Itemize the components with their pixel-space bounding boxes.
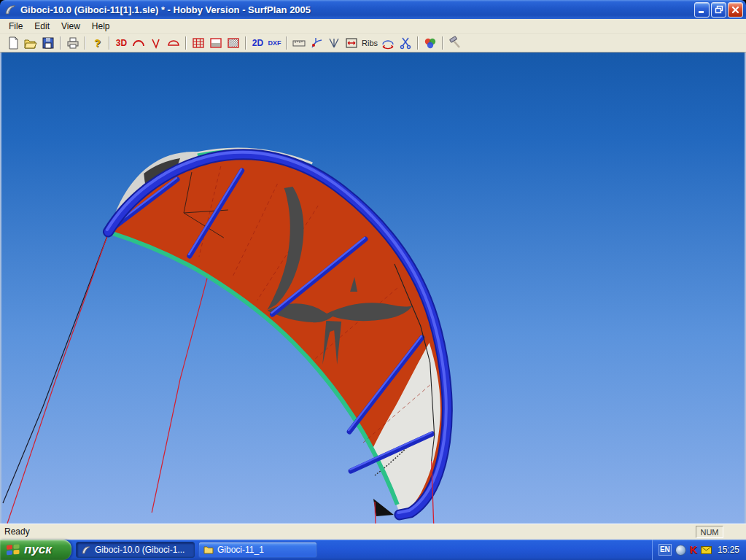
new-document-icon	[6, 36, 20, 50]
dome-icon	[166, 36, 181, 50]
taskbar: пуск Giboci-10.0 (Giboci-1... Giboci-11_…	[0, 540, 746, 560]
minimize-icon	[698, 6, 706, 14]
2d-label: 2D	[252, 38, 263, 48]
start-button[interactable]: пуск	[0, 540, 71, 560]
system-tray: EN K 15:25	[652, 540, 746, 560]
printer-icon	[66, 36, 80, 50]
ribs-label: Ribs	[362, 39, 378, 47]
antivirus-tray-icon[interactable]: K	[690, 545, 697, 555]
toolbar-separator	[185, 36, 187, 50]
menu-view[interactable]: View	[55, 20, 86, 33]
rotate-axis-button[interactable]	[308, 35, 325, 51]
dome-profile-button[interactable]	[165, 35, 182, 51]
menu-file[interactable]: File	[3, 20, 28, 33]
close-icon	[731, 6, 739, 14]
width-arrow-icon	[344, 36, 359, 50]
menu-help[interactable]: Help	[86, 20, 116, 33]
taskbar-item-surfplan[interactable]: Giboci-10.0 (Giboci-1...	[76, 542, 195, 558]
3d-view-button[interactable]: 3D	[113, 35, 130, 51]
dithered-panel-icon	[226, 36, 241, 50]
bridle-fan-icon	[327, 36, 341, 50]
help-button[interactable]: ?	[89, 35, 106, 51]
new-document-button[interactable]	[4, 35, 22, 51]
arc-profile-button[interactable]	[130, 35, 147, 51]
surfplan-app-icon	[4, 4, 17, 16]
toolbar-separator	[60, 36, 61, 50]
width-measure-button[interactable]	[343, 35, 360, 51]
tools-button[interactable]	[446, 35, 464, 51]
folder-icon	[203, 545, 214, 554]
toolbar-separator	[109, 36, 110, 50]
taskbar-item-label: Giboci-10.0 (Giboci-1...	[95, 545, 184, 555]
menu-edit[interactable]: Edit	[28, 20, 55, 33]
flying-lines-left	[3, 233, 212, 524]
axis-icon	[309, 36, 324, 50]
surfplan-window: Giboci-10.0 (Giboci-11[1].1.sle) * - Hob…	[0, 0, 746, 560]
rgb-colors-icon	[423, 36, 438, 50]
scissors-icon	[398, 36, 413, 50]
num-lock-indicator: NUM	[696, 526, 723, 538]
taskbar-item-label: Giboci-11_1	[217, 545, 264, 555]
taskbar-clock[interactable]: 15:25	[718, 545, 739, 555]
arc-arrows-icon	[381, 36, 395, 50]
toolbar-separator	[85, 36, 86, 50]
print-button[interactable]	[64, 35, 82, 51]
close-button[interactable]	[728, 2, 743, 18]
restore-icon	[715, 5, 723, 14]
taskbar-item-folder[interactable]: Giboci-11_1	[198, 542, 317, 558]
windows-logo-icon	[6, 542, 20, 557]
toolbar-separator	[442, 36, 443, 50]
help-icon: ?	[94, 37, 101, 49]
bridle-lines-button[interactable]	[325, 35, 343, 51]
arc-measure-button[interactable]	[379, 35, 397, 51]
kite-3d-render	[1, 52, 745, 524]
surfplan-task-icon	[81, 545, 91, 555]
toolbar-separator	[417, 36, 419, 50]
ribs-button[interactable]: Ribs	[360, 35, 379, 51]
ruler-button[interactable]	[290, 35, 308, 51]
ruler-icon	[292, 36, 306, 50]
window-title: Giboci-10.0 (Giboci-11[1].1.sle) * - Hob…	[20, 4, 694, 15]
shaded-panel-icon	[209, 36, 223, 50]
toolbar-separator	[245, 36, 246, 50]
restore-button[interactable]	[711, 2, 726, 18]
dxf-export-button[interactable]: DXF	[266, 35, 283, 51]
panel-shading-button[interactable]	[207, 35, 225, 51]
tray-app-icon[interactable]	[675, 545, 686, 556]
tip-profile-button[interactable]	[147, 35, 165, 51]
toolbar: ? 3D	[0, 34, 746, 52]
hammer-icon	[448, 36, 462, 50]
3d-viewport[interactable]	[1, 52, 745, 524]
menu-bar: File Edit View Help	[0, 19, 746, 34]
status-message: Ready	[4, 526, 30, 537]
language-indicator[interactable]: EN	[658, 544, 672, 556]
dxf-label: DXF	[268, 39, 281, 47]
envelope-tray-icon[interactable]	[701, 546, 712, 554]
colors-button[interactable]	[421, 35, 439, 51]
grid-icon	[191, 36, 206, 50]
grid-panels-button[interactable]	[190, 35, 207, 51]
save-floppy-icon	[41, 36, 55, 50]
arc-icon	[131, 36, 146, 50]
open-folder-icon	[23, 36, 38, 50]
tip-shape-icon	[149, 36, 163, 50]
title-bar[interactable]: Giboci-10.0 (Giboci-11[1].1.sle) * - Hob…	[0, 0, 746, 19]
status-bar: Ready NUM	[0, 524, 746, 540]
cut-panels-button[interactable]	[397, 35, 414, 51]
3d-label: 3D	[116, 38, 127, 48]
2d-view-button[interactable]: 2D	[249, 35, 266, 51]
panel-texture-button[interactable]	[225, 35, 242, 51]
save-button[interactable]	[39, 35, 57, 51]
minimize-button[interactable]	[694, 2, 710, 18]
start-label: пуск	[24, 542, 52, 557]
toolbar-separator	[286, 36, 287, 50]
open-file-button[interactable]	[22, 35, 39, 51]
tip-black-patch	[373, 499, 394, 516]
